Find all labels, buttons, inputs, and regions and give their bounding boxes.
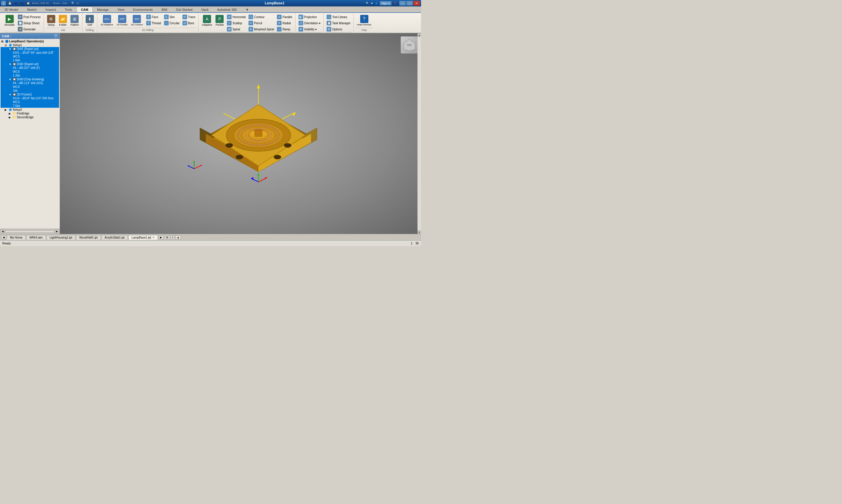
scroll-left[interactable]: ◀: [1, 230, 5, 233]
close-button[interactable]: ✕: [413, 1, 420, 5]
scroll-track[interactable]: [5, 230, 54, 233]
quick-undo[interactable]: ↩: [14, 1, 18, 5]
view-up-button[interactable]: ▲: [175, 235, 181, 239]
bore-button[interactable]: ⊙Bore: [181, 20, 196, 26]
file-dropdown1[interactable]: Brass, Soft Ye...: [32, 2, 51, 5]
tree-drill3-wcs[interactable]: WCS: [1, 85, 59, 89]
tree-drill1-size[interactable]: 1.6kb: [1, 58, 59, 62]
post-process-button[interactable]: ⚙ Post Process: [17, 14, 42, 20]
tree-pocket1-tool[interactable]: #114 – Ø1/4" flat (1/4" EM Shor: [1, 96, 59, 100]
tab-ark4[interactable]: ARK4.iam: [26, 235, 46, 240]
vp-scroll-down[interactable]: ▼: [417, 230, 421, 234]
tree-setup2[interactable]: ▶ 🔷 Setup2: [1, 108, 59, 111]
list-view-button[interactable]: ≡: [170, 235, 175, 239]
tab-next-button[interactable]: ▶: [158, 235, 164, 239]
tree-drill2[interactable]: ▼ 🔲 Drill2 [Rapid out]: [1, 62, 59, 66]
expand-icon-root[interactable]: ⊟: [1, 40, 4, 43]
expand-icon-drill3[interactable]: ▼: [9, 78, 12, 81]
scallop-button[interactable]: ∿Scallop: [226, 20, 247, 26]
expand-icon-secondedge[interactable]: ▶: [9, 116, 12, 119]
help-tutorials-button[interactable]: ? Help/Tutorials: [356, 14, 373, 27]
tab-vault[interactable]: Vault: [197, 7, 212, 12]
tab-acrylicslab[interactable]: AcrylicSlab1.ipt: [101, 235, 128, 240]
tab-manage[interactable]: Manage: [93, 7, 113, 12]
tab-myhome[interactable]: My Home: [7, 235, 26, 240]
task-manager-button[interactable]: 📋Task Manager: [325, 20, 352, 26]
tree-drill2-size[interactable]: 1.2kb: [1, 74, 59, 77]
tree-drill3-tool[interactable]: #4 – Ø0.113" drill (#33): [1, 81, 59, 85]
pattern-button[interactable]: ⊞ Pattern: [69, 14, 81, 27]
tab-getstarted[interactable]: Get Started: [172, 7, 197, 12]
tab-prev-button[interactable]: ◀: [1, 235, 6, 239]
slot-button[interactable]: SSlot: [163, 14, 181, 20]
tree-pocket1-size[interactable]: 7.5kb: [1, 104, 59, 108]
quick-save[interactable]: 💾: [7, 1, 13, 5]
vp-scroll-track[interactable]: [417, 37, 421, 230]
tab-inspect[interactable]: Inspect: [41, 7, 60, 12]
visibility-button[interactable]: 👁Visibility ▾: [297, 26, 322, 32]
folder-button[interactable]: 📁 Folder: [57, 14, 68, 27]
expand-icon-setup1[interactable]: ⊟: [5, 44, 7, 47]
radial-button[interactable]: ✳Radial: [276, 20, 293, 26]
setup-sheet-button[interactable]: 📄 Setup Sheet: [17, 20, 42, 26]
tab-3dmodel[interactable]: 3D Model: [0, 7, 22, 12]
sign-in-button[interactable]: Sign In: [380, 1, 392, 5]
scroll-right[interactable]: ▶: [55, 230, 59, 233]
restore-button[interactable]: □: [406, 1, 413, 5]
file-dropdown2[interactable]: Brass - Sati...: [53, 2, 69, 5]
projection-button[interactable]: ◧Projection: [297, 14, 322, 20]
simulate-button[interactable]: ▶ Simulate: [3, 14, 16, 27]
tab-tools[interactable]: Tools: [60, 7, 76, 12]
tab-more[interactable]: ▼: [241, 7, 253, 12]
viewcube[interactable]: TOP: [400, 36, 418, 54]
tree-firstedge[interactable]: ▶ 📁 FirstEdge: [1, 111, 59, 115]
parallel-button[interactable]: ≡Parallel: [276, 14, 293, 20]
tab-bim[interactable]: BIM: [157, 7, 172, 12]
2d-contour-button[interactable]: 2DC 2D Contour: [130, 14, 144, 27]
ramp-button[interactable]: ⟋Ramp: [276, 26, 293, 32]
generate-button[interactable]: ⚡ Generate: [17, 26, 42, 32]
adaptive-button[interactable]: A Adaptive: [200, 14, 213, 27]
expand-icon-pocket1[interactable]: ▼: [9, 93, 12, 96]
cam-help-icon[interactable]: ?: [54, 34, 58, 38]
pocket-button[interactable]: P Pocket: [214, 14, 225, 27]
setup-button[interactable]: ⚙ Setup: [46, 14, 57, 27]
expand-icon-setup2[interactable]: ▶: [5, 108, 7, 111]
tree-drill2-tool[interactable]: #3 – Ø0.257" drill (F): [1, 66, 59, 70]
tab-close-icon[interactable]: ✕: [152, 236, 155, 239]
tree-root[interactable]: ⊟ 🔵 LampBase1 Operation(s): [1, 39, 59, 43]
tab-lampbase[interactable]: LampBase1.ipt ✕: [128, 235, 158, 240]
quick-redo[interactable]: ↪: [20, 1, 24, 5]
minimize-button[interactable]: —: [399, 1, 406, 5]
options-button[interactable]: ⚙Options: [325, 26, 352, 32]
drill-button[interactable]: ⬇ Drill: [84, 14, 95, 27]
tab-lighthousing[interactable]: LightHousing1.ipt: [47, 235, 75, 240]
vp-scroll-up[interactable]: ▲: [417, 33, 421, 37]
tree-secondedge[interactable]: ▶ 📁 SecondEdge: [1, 115, 59, 119]
orientation-button[interactable]: ⬡Orientation ▾: [297, 20, 322, 26]
tree-pocket1-wcs[interactable]: WCS: [1, 100, 59, 104]
tree-pocket1[interactable]: ▼ 🔲 2D Pocket1: [1, 93, 59, 96]
tree-drill1-wcs[interactable]: WCS: [1, 55, 59, 58]
search-field[interactable]: 🔍: [366, 2, 369, 5]
thread-button[interactable]: TThread: [145, 20, 162, 26]
trace-button[interactable]: ✏Trace: [181, 14, 196, 20]
expand-icon-drill2[interactable]: ▼: [9, 63, 12, 66]
tab-view[interactable]: View: [113, 7, 129, 12]
quick-home[interactable]: 🏠: [25, 1, 31, 5]
tab-cam[interactable]: CAM: [76, 7, 93, 12]
pencil-button[interactable]: ✏Pencil: [247, 20, 275, 26]
spiral-button[interactable]: @Spiral: [226, 26, 247, 32]
expand-icon-firstedge[interactable]: ▶: [9, 112, 12, 115]
tree-drill3-size[interactable]: 1kb: [1, 89, 59, 93]
tab-autodesk360[interactable]: Autodesk 360: [213, 7, 241, 12]
tool-library-button[interactable]: 🔧Tool Library: [325, 14, 352, 20]
2d-adaptive-button[interactable]: 2DA 2D Adaptive: [99, 14, 115, 27]
tree-drill1[interactable]: ▼ 🔲 Drill1 [Rapid out]: [1, 47, 59, 51]
help-icon[interactable]: ❓: [393, 2, 396, 5]
contour-button[interactable]: ◯Contour: [247, 14, 275, 20]
2d-pocket-button[interactable]: 2DP 2D Pocket: [115, 14, 129, 27]
morphed-spiral-button[interactable]: ⊛Morphed Spiral: [247, 26, 275, 32]
tree-drill3[interactable]: ▼ 🔲 Drill3 [Chip breaking]: [1, 77, 59, 81]
circular-button[interactable]: ○Circular: [163, 20, 181, 26]
